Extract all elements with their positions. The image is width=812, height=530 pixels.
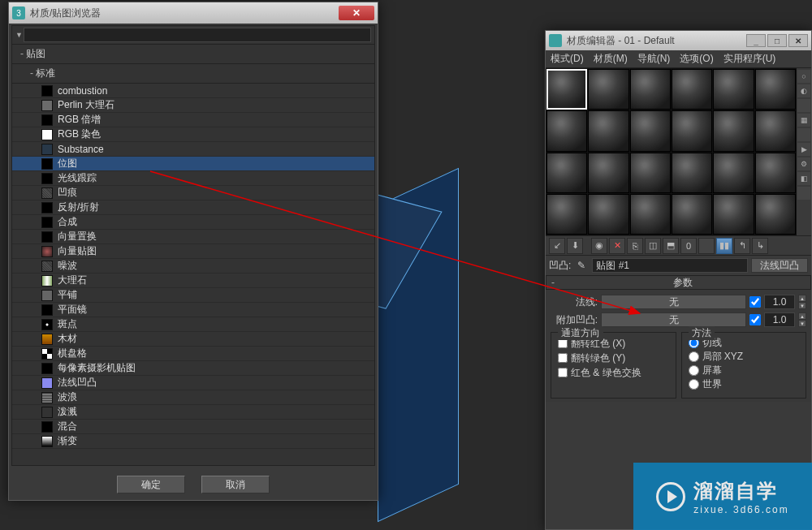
map-item-21[interactable]: 波浪	[12, 390, 374, 405]
params-rollup-header[interactable]: - 参数	[546, 275, 811, 290]
menu-util[interactable]: 实用程序(U)	[723, 52, 776, 66]
sample-slot-20[interactable]	[630, 194, 671, 235]
make-unique-icon[interactable]: ◫	[645, 238, 661, 254]
reset-icon[interactable]: ✕	[609, 238, 625, 254]
uv-tile-icon[interactable]: ▦	[797, 114, 810, 127]
map-item-10[interactable]: 向量置换	[12, 230, 374, 244]
put-to-lib-icon[interactable]: ⬒	[663, 238, 679, 254]
sample-slot-21[interactable]	[672, 194, 712, 235]
cancel-button[interactable]: 取消	[201, 476, 270, 493]
menu-material[interactable]: 材质(M)	[594, 52, 628, 66]
select-by-mat-icon[interactable]: ◧	[797, 172, 810, 185]
sample-slot-19[interactable]	[588, 194, 628, 235]
sample-slot-18[interactable]	[546, 194, 587, 235]
sample-slot-3[interactable]	[672, 69, 712, 110]
map-item-19[interactable]: 每像素摄影机贴图	[12, 361, 374, 376]
map-item-15[interactable]: 平面镜	[12, 303, 374, 317]
sample-slot-5[interactable]	[755, 69, 796, 110]
sample-slot-0[interactable]	[546, 69, 587, 110]
sample-slot-8[interactable]	[630, 110, 671, 151]
map-item-0[interactable]: combustion	[12, 84, 374, 98]
sample-slot-11[interactable]	[755, 110, 796, 151]
minimize-icon[interactable]: _	[746, 34, 766, 47]
map-item-24[interactable]: 渐变	[12, 434, 374, 449]
map-item-17[interactable]: 木材	[12, 332, 374, 347]
swap-rg-checkbox[interactable]	[558, 368, 568, 377]
flip-green-checkbox[interactable]	[558, 353, 568, 363]
video-check-icon[interactable]	[797, 128, 810, 141]
addbump-slot-button[interactable]: 无	[601, 312, 746, 327]
menu-options[interactable]: 选项(O)	[680, 52, 713, 66]
sample-slot-7[interactable]	[588, 110, 628, 151]
assign-icon[interactable]: ◉	[591, 238, 607, 254]
normal-enable-checkbox[interactable]	[749, 296, 761, 308]
sample-slot-1[interactable]	[588, 69, 628, 110]
map-item-16[interactable]: 斑点	[12, 317, 374, 332]
method-local-radio[interactable]	[689, 351, 699, 362]
addbump-spin-arrows[interactable]: ▲▼	[798, 312, 806, 327]
search-input[interactable]	[24, 28, 371, 42]
slots-3x2-icon[interactable]	[797, 187, 810, 200]
sample-slot-15[interactable]	[672, 153, 712, 193]
sample-slot-6[interactable]	[546, 110, 587, 151]
addbump-enable-checkbox[interactable]	[749, 314, 761, 325]
sample-slot-22[interactable]	[713, 194, 754, 235]
close-icon[interactable]: ✕	[339, 6, 374, 20]
map-item-18[interactable]: 棋盘格	[12, 347, 374, 361]
sample-slot-4[interactable]	[713, 69, 754, 110]
go-parent-icon[interactable]: ↰	[734, 238, 750, 254]
map-item-12[interactable]: 噪波	[12, 259, 374, 274]
map-type-button[interactable]: 法线凹凸	[751, 258, 808, 273]
map-item-20[interactable]: 法线凹凸	[12, 376, 374, 390]
show-in-vp-icon[interactable]	[698, 238, 715, 254]
map-item-1[interactable]: Perlin 大理石	[12, 98, 374, 113]
browser-titlebar[interactable]: 3 材质/贴图浏览器 ✕	[9, 2, 378, 24]
make-copy-icon[interactable]: ⎘	[627, 238, 643, 254]
sample-slot-13[interactable]	[588, 153, 628, 193]
sample-slot-17[interactable]	[755, 153, 796, 193]
put-to-scene-icon[interactable]: ⬇	[567, 238, 583, 254]
sample-slot-2[interactable]	[630, 69, 671, 110]
map-item-11[interactable]: 向量贴图	[12, 244, 374, 259]
maximize-icon[interactable]: □	[767, 34, 787, 47]
addbump-amount-spinner[interactable]: 1.0	[764, 312, 795, 327]
normal-amount-spinner[interactable]: 1.0	[764, 295, 795, 309]
show-end-result-icon[interactable]: ▮▮	[716, 238, 732, 254]
backlight-icon[interactable]: ◐	[797, 84, 810, 97]
close-icon[interactable]: ✕	[788, 34, 808, 47]
tree-group-maps[interactable]: 贴图	[12, 45, 374, 64]
preview-icon[interactable]: ▶	[797, 143, 810, 156]
map-item-6[interactable]: 光线跟踪	[12, 171, 374, 186]
map-item-8[interactable]: 反射/折射	[12, 200, 374, 215]
map-item-3[interactable]: RGB 染色	[12, 127, 374, 142]
go-forward-icon[interactable]: ↳	[752, 238, 768, 254]
sample-slot-9[interactable]	[672, 110, 712, 151]
map-item-13[interactable]: 大理石	[12, 274, 374, 288]
sample-slot-10[interactable]	[713, 110, 754, 151]
tree-group-standard[interactable]: 标准	[12, 64, 374, 84]
menu-nav[interactable]: 导航(N)	[637, 52, 671, 66]
ok-button[interactable]: 确定	[117, 476, 185, 493]
map-item-5[interactable]: 位图	[12, 157, 374, 171]
sample-slot-16[interactable]	[713, 153, 754, 193]
normal-slot-button[interactable]: 无	[601, 295, 746, 309]
map-item-14[interactable]: 平铺	[12, 288, 374, 303]
editor-titlebar[interactable]: 材质编辑器 - 01 - Default _ □ ✕	[546, 31, 811, 50]
map-item-22[interactable]: 泼溅	[12, 405, 374, 420]
normal-spin-arrows[interactable]: ▲▼	[798, 295, 806, 309]
search-dropdown-icon[interactable]: ▼	[15, 31, 24, 39]
method-world-radio[interactable]	[689, 379, 699, 390]
options-icon[interactable]: ⚙	[797, 157, 810, 170]
map-item-2[interactable]: RGB 倍增	[12, 113, 374, 127]
background-icon[interactable]	[797, 99, 810, 112]
map-item-7[interactable]: 凹痕	[12, 186, 374, 200]
map-item-9[interactable]: 合成	[12, 215, 374, 230]
sample-type-icon[interactable]: ○	[797, 70, 810, 83]
sample-slot-14[interactable]	[630, 153, 671, 193]
material-id-icon[interactable]: 0	[680, 238, 697, 254]
eyedropper-icon[interactable]: ✎	[574, 258, 589, 273]
sample-slot-23[interactable]	[755, 194, 796, 235]
method-screen-radio[interactable]	[689, 365, 699, 376]
get-material-icon[interactable]: ↙	[549, 238, 565, 254]
map-item-23[interactable]: 混合	[12, 420, 374, 434]
